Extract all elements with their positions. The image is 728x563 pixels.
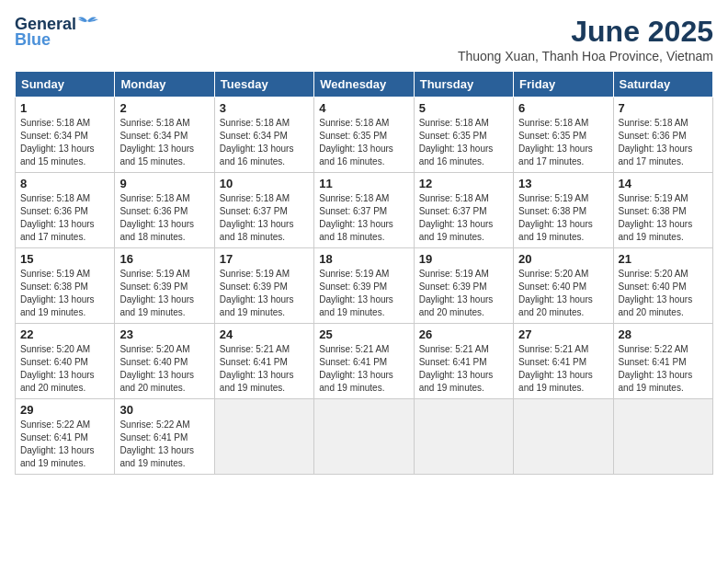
day-number: 14	[619, 177, 708, 190]
calendar-cell: 11 Sunrise: 5:18 AM Sunset: 6:37 PM Dayl…	[314, 173, 414, 248]
calendar-table: SundayMondayTuesdayWednesdayThursdayFrid…	[15, 71, 713, 475]
day-info: Sunrise: 5:18 AM Sunset: 6:34 PM Dayligh…	[20, 117, 109, 168]
day-info: Sunrise: 5:18 AM Sunset: 6:34 PM Dayligh…	[220, 117, 309, 168]
calendar-cell	[214, 399, 313, 475]
calendar-cell: 3 Sunrise: 5:18 AM Sunset: 6:34 PM Dayli…	[214, 98, 313, 173]
column-header-saturday: Saturday	[613, 72, 712, 98]
column-header-tuesday: Tuesday	[214, 72, 313, 98]
column-header-monday: Monday	[115, 72, 214, 98]
day-number: 28	[619, 327, 708, 341]
calendar-cell: 10 Sunrise: 5:18 AM Sunset: 6:37 PM Dayl…	[214, 173, 313, 248]
day-info: Sunrise: 5:19 AM Sunset: 6:39 PM Dayligh…	[419, 268, 508, 319]
logo: General Blue	[15, 15, 98, 50]
day-info: Sunrise: 5:21 AM Sunset: 6:41 PM Dayligh…	[220, 343, 309, 395]
day-info: Sunrise: 5:20 AM Sunset: 6:40 PM Dayligh…	[518, 268, 608, 319]
day-number: 20	[518, 252, 608, 266]
day-info: Sunrise: 5:22 AM Sunset: 6:41 PM Dayligh…	[20, 419, 109, 470]
day-info: Sunrise: 5:18 AM Sunset: 6:37 PM Dayligh…	[419, 192, 508, 244]
calendar-subtitle: Thuong Xuan, Thanh Hoa Province, Vietnam	[458, 49, 713, 63]
day-number: 13	[518, 177, 608, 190]
column-header-sunday: Sunday	[16, 72, 115, 98]
day-number: 24	[220, 327, 309, 341]
day-info: Sunrise: 5:18 AM Sunset: 6:35 PM Dayligh…	[518, 117, 608, 168]
day-number: 10	[220, 177, 309, 190]
calendar-cell	[314, 399, 414, 475]
day-info: Sunrise: 5:19 AM Sunset: 6:39 PM Dayligh…	[319, 268, 408, 319]
day-info: Sunrise: 5:21 AM Sunset: 6:41 PM Dayligh…	[518, 343, 608, 395]
calendar-cell: 6 Sunrise: 5:18 AM Sunset: 6:35 PM Dayli…	[514, 98, 613, 173]
day-number: 29	[20, 403, 109, 417]
calendar-cell: 23 Sunrise: 5:20 AM Sunset: 6:40 PM Dayl…	[115, 324, 214, 399]
day-number: 2	[119, 101, 209, 115]
day-number: 12	[419, 177, 508, 190]
day-number: 21	[619, 252, 708, 266]
day-number: 8	[20, 177, 109, 190]
day-info: Sunrise: 5:18 AM Sunset: 6:35 PM Dayligh…	[319, 117, 408, 168]
calendar-cell: 18 Sunrise: 5:19 AM Sunset: 6:39 PM Dayl…	[314, 248, 414, 324]
day-number: 6	[518, 101, 608, 115]
calendar-cell	[414, 399, 513, 475]
day-info: Sunrise: 5:18 AM Sunset: 6:37 PM Dayligh…	[220, 192, 309, 244]
day-info: Sunrise: 5:21 AM Sunset: 6:41 PM Dayligh…	[419, 343, 508, 395]
calendar-cell: 25 Sunrise: 5:21 AM Sunset: 6:41 PM Dayl…	[314, 324, 414, 399]
day-number: 5	[419, 101, 508, 115]
calendar-cell: 1 Sunrise: 5:18 AM Sunset: 6:34 PM Dayli…	[16, 98, 115, 173]
day-number: 30	[119, 403, 209, 417]
day-number: 27	[518, 327, 608, 341]
calendar-cell	[514, 399, 613, 475]
calendar-cell: 13 Sunrise: 5:19 AM Sunset: 6:38 PM Dayl…	[514, 173, 613, 248]
calendar-title: June 2025	[458, 15, 713, 49]
day-info: Sunrise: 5:18 AM Sunset: 6:36 PM Dayligh…	[619, 117, 708, 168]
calendar-cell: 30 Sunrise: 5:22 AM Sunset: 6:41 PM Dayl…	[115, 399, 214, 475]
day-number: 15	[20, 252, 109, 266]
column-header-friday: Friday	[514, 72, 613, 98]
day-info: Sunrise: 5:18 AM Sunset: 6:36 PM Dayligh…	[119, 192, 209, 244]
logo-bird-icon	[78, 14, 98, 29]
page-header: General Blue June 2025 Thuong Xuan, Than…	[15, 15, 713, 63]
calendar-cell: 12 Sunrise: 5:18 AM Sunset: 6:37 PM Dayl…	[414, 173, 513, 248]
day-info: Sunrise: 5:20 AM Sunset: 6:40 PM Dayligh…	[119, 343, 209, 395]
day-info: Sunrise: 5:19 AM Sunset: 6:39 PM Dayligh…	[220, 268, 309, 319]
calendar-cell: 21 Sunrise: 5:20 AM Sunset: 6:40 PM Dayl…	[613, 248, 712, 324]
day-info: Sunrise: 5:19 AM Sunset: 6:38 PM Dayligh…	[518, 192, 608, 244]
column-header-wednesday: Wednesday	[314, 72, 414, 98]
column-header-thursday: Thursday	[414, 72, 513, 98]
day-number: 3	[220, 101, 309, 115]
calendar-cell: 26 Sunrise: 5:21 AM Sunset: 6:41 PM Dayl…	[414, 324, 513, 399]
calendar-cell: 2 Sunrise: 5:18 AM Sunset: 6:34 PM Dayli…	[115, 98, 214, 173]
day-info: Sunrise: 5:22 AM Sunset: 6:41 PM Dayligh…	[119, 419, 209, 470]
day-info: Sunrise: 5:19 AM Sunset: 6:38 PM Dayligh…	[20, 268, 109, 319]
day-number: 4	[319, 101, 408, 115]
day-info: Sunrise: 5:22 AM Sunset: 6:41 PM Dayligh…	[619, 343, 708, 395]
day-number: 23	[119, 327, 209, 341]
day-info: Sunrise: 5:18 AM Sunset: 6:34 PM Dayligh…	[119, 117, 209, 168]
calendar-cell	[613, 399, 712, 475]
day-number: 9	[119, 177, 209, 190]
calendar-cell: 14 Sunrise: 5:19 AM Sunset: 6:38 PM Dayl…	[613, 173, 712, 248]
day-info: Sunrise: 5:18 AM Sunset: 6:36 PM Dayligh…	[20, 192, 109, 244]
calendar-cell: 9 Sunrise: 5:18 AM Sunset: 6:36 PM Dayli…	[115, 173, 214, 248]
day-number: 11	[319, 177, 408, 190]
calendar-cell: 29 Sunrise: 5:22 AM Sunset: 6:41 PM Dayl…	[16, 399, 115, 475]
day-info: Sunrise: 5:18 AM Sunset: 6:35 PM Dayligh…	[419, 117, 508, 168]
day-info: Sunrise: 5:19 AM Sunset: 6:38 PM Dayligh…	[619, 192, 708, 244]
calendar-cell: 16 Sunrise: 5:19 AM Sunset: 6:39 PM Dayl…	[115, 248, 214, 324]
day-number: 19	[419, 252, 508, 266]
day-number: 16	[119, 252, 209, 266]
day-number: 22	[20, 327, 109, 341]
calendar-cell: 7 Sunrise: 5:18 AM Sunset: 6:36 PM Dayli…	[613, 98, 712, 173]
day-number: 1	[20, 101, 109, 115]
day-number: 26	[419, 327, 508, 341]
day-number: 25	[319, 327, 408, 341]
day-number: 18	[319, 252, 408, 266]
calendar-cell: 20 Sunrise: 5:20 AM Sunset: 6:40 PM Dayl…	[514, 248, 613, 324]
calendar-cell: 5 Sunrise: 5:18 AM Sunset: 6:35 PM Dayli…	[414, 98, 513, 173]
day-info: Sunrise: 5:20 AM Sunset: 6:40 PM Dayligh…	[619, 268, 708, 319]
calendar-cell: 15 Sunrise: 5:19 AM Sunset: 6:38 PM Dayl…	[16, 248, 115, 324]
day-info: Sunrise: 5:21 AM Sunset: 6:41 PM Dayligh…	[319, 343, 408, 395]
calendar-cell: 28 Sunrise: 5:22 AM Sunset: 6:41 PM Dayl…	[613, 324, 712, 399]
calendar-cell: 27 Sunrise: 5:21 AM Sunset: 6:41 PM Dayl…	[514, 324, 613, 399]
day-info: Sunrise: 5:19 AM Sunset: 6:39 PM Dayligh…	[119, 268, 209, 319]
calendar-cell: 24 Sunrise: 5:21 AM Sunset: 6:41 PM Dayl…	[214, 324, 313, 399]
calendar-cell: 4 Sunrise: 5:18 AM Sunset: 6:35 PM Dayli…	[314, 98, 414, 173]
